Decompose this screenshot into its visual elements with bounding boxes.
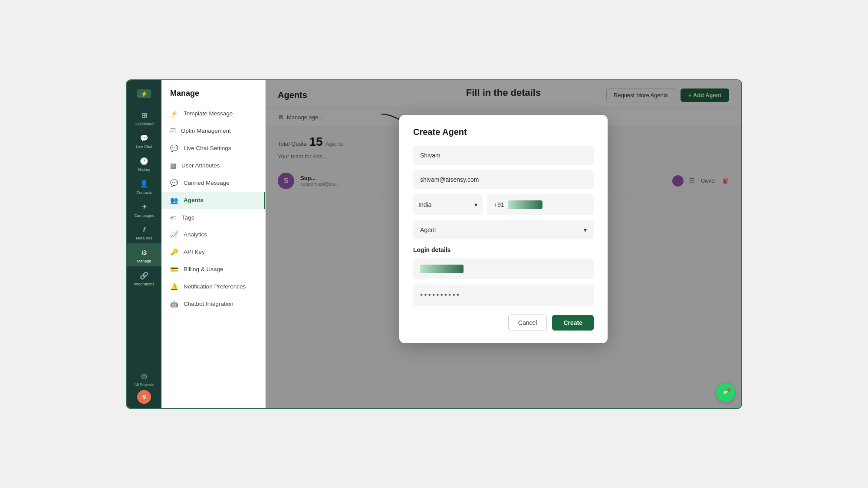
api-key-label: API Key: [184, 249, 205, 255]
agents-label: Agents: [184, 197, 204, 203]
cancel-button[interactable]: Cancel: [508, 314, 547, 331]
username-field[interactable]: [413, 259, 594, 279]
password-field[interactable]: ••••••••••: [413, 285, 594, 306]
sidebar-item-meta-ads[interactable]: f Meta Ads: [127, 220, 161, 243]
manage-label: Manage: [137, 259, 151, 264]
sidebar-item-all-projects[interactable]: ◎ All Projects: [127, 367, 161, 390]
campaigns-label: Campaigns: [134, 213, 154, 218]
sidebar-item-chatbot-integration[interactable]: 🤖 Chatbot Integration: [161, 295, 265, 313]
role-chevron-icon: ▾: [584, 226, 587, 233]
sidebar-item-integrations[interactable]: 🔗 Integrations: [127, 266, 161, 289]
create-agent-modal: Create Agent India ▾ +91: [399, 115, 608, 343]
contacts-label: Contacts: [136, 190, 152, 195]
agents-icon: 👥: [170, 197, 178, 204]
role-select[interactable]: Agent ▾: [413, 220, 594, 239]
dashboard-icon: ⊞: [139, 111, 149, 120]
icon-nav: ⚡ ⊞ Dashboard 💬 Live Chat 🕐 History 👤 Co…: [127, 80, 161, 408]
tags-icon: 🏷: [170, 214, 177, 221]
password-dots: ••••••••••: [420, 291, 460, 299]
canned-message-icon: 💬: [170, 179, 178, 187]
live-chat-settings-label: Live Chat Settings: [184, 145, 231, 151]
sidebar-item-agents[interactable]: 👥 Agents: [161, 192, 265, 209]
modal-title: Create Agent: [413, 127, 594, 137]
phone-input-bar: [508, 200, 542, 209]
phone-row: India ▾ +91: [413, 194, 594, 215]
country-value: India: [418, 201, 431, 208]
sidebar-item-campaigns[interactable]: ✈ Campaigns: [127, 198, 161, 221]
api-key-icon: 🔑: [170, 248, 178, 256]
all-projects-icon: ◎: [139, 371, 149, 381]
app-logo: ⚡: [134, 85, 155, 102]
tags-label: Tags: [182, 214, 194, 221]
fill-in-details-text: Fill in the details: [466, 87, 541, 98]
agent-email-input[interactable]: [413, 170, 594, 189]
campaigns-icon: ✈: [139, 202, 149, 212]
sidebar-item-live-chat-settings[interactable]: 💬 Live Chat Settings: [161, 140, 265, 157]
manage-sidebar: Manage ⚡ Template Message ☑ Optin Manage…: [161, 80, 266, 408]
agent-name-input[interactable]: [413, 146, 594, 165]
dashboard-label: Dashboard: [135, 122, 154, 127]
template-message-icon: ⚡: [170, 110, 178, 118]
chevron-down-icon: ▾: [474, 201, 477, 208]
billing-icon: 💳: [170, 265, 178, 273]
all-projects-label: All Projects: [134, 383, 154, 387]
user-avatar[interactable]: S: [137, 390, 151, 404]
manage-icon: ⚙: [139, 248, 149, 257]
meta-ads-icon: f: [139, 225, 149, 234]
sidebar-item-user-attributes[interactable]: ▦ User Attributes: [161, 157, 265, 174]
sidebar-item-history[interactable]: 🕐 History: [127, 152, 161, 175]
svg-text:⚡: ⚡: [141, 90, 148, 98]
history-icon: 🕐: [139, 156, 149, 166]
integrations-icon: 🔗: [139, 271, 149, 280]
chatbot-icon: 🤖: [170, 300, 178, 308]
analytics-label: Analytics: [184, 231, 207, 238]
analytics-icon: 📈: [170, 231, 178, 239]
chatbot-label: Chatbot Integration: [184, 301, 233, 307]
sidebar-item-template-message[interactable]: ⚡ Template Message: [161, 105, 265, 122]
phone-field[interactable]: +91: [487, 194, 594, 215]
integrations-label: Integrations: [134, 282, 154, 287]
modal-overlay: Fill in the details Create Agent In: [266, 80, 741, 408]
history-label: History: [138, 167, 150, 172]
sidebar-item-notification-preferences[interactable]: 🔔 Notification Preferences: [161, 278, 265, 295]
canned-message-label: Canned Message: [184, 180, 230, 186]
billing-label: Billing & Usage: [184, 266, 224, 272]
sidebar-item-live-chat[interactable]: 💬 Live Chat: [127, 129, 161, 152]
login-details-label: Login details: [413, 246, 594, 253]
role-value: Agent: [420, 226, 436, 233]
livechat-label: Live Chat: [136, 144, 152, 149]
modal-footer: Cancel Create: [413, 314, 594, 331]
sidebar-item-canned-message[interactable]: 💬 Canned Message: [161, 174, 265, 192]
username-input-bar: [420, 265, 464, 273]
sidebar-title: Manage: [161, 89, 265, 105]
notification-label: Notification Preferences: [184, 283, 246, 290]
user-attributes-icon: ▦: [170, 162, 176, 170]
notification-icon: 🔔: [170, 283, 178, 291]
template-message-label: Template Message: [184, 110, 233, 117]
optin-management-label: Optin Management: [181, 128, 231, 134]
create-button[interactable]: Create: [552, 315, 594, 331]
chat-widget-button[interactable]: [716, 383, 735, 402]
sidebar-item-optin-management[interactable]: ☑ Optin Management: [161, 122, 265, 140]
livechat-icon: 💬: [139, 133, 149, 143]
meta-ads-label: Meta Ads: [136, 236, 152, 241]
contacts-icon: 👤: [139, 179, 149, 189]
country-select[interactable]: India ▾: [413, 194, 483, 215]
sidebar-item-tags[interactable]: 🏷 Tags: [161, 209, 265, 226]
optin-management-icon: ☑: [170, 127, 176, 135]
sidebar-item-contacts[interactable]: 👤 Contacts: [127, 175, 161, 198]
user-attributes-label: User Attributes: [181, 162, 220, 169]
sidebar-item-billing-usage[interactable]: 💳 Billing & Usage: [161, 261, 265, 278]
live-chat-settings-icon: 💬: [170, 144, 178, 152]
sidebar-item-api-key[interactable]: 🔑 API Key: [161, 243, 265, 261]
sidebar-item-manage[interactable]: ⚙ Manage: [127, 243, 161, 266]
phone-prefix: +91: [494, 201, 504, 208]
sidebar-item-analytics[interactable]: 📈 Analytics: [161, 226, 265, 243]
sidebar-item-dashboard[interactable]: ⊞ Dashboard: [127, 106, 161, 129]
main-content: Agents Request More Agents + Add Agent 🖥…: [266, 80, 741, 408]
